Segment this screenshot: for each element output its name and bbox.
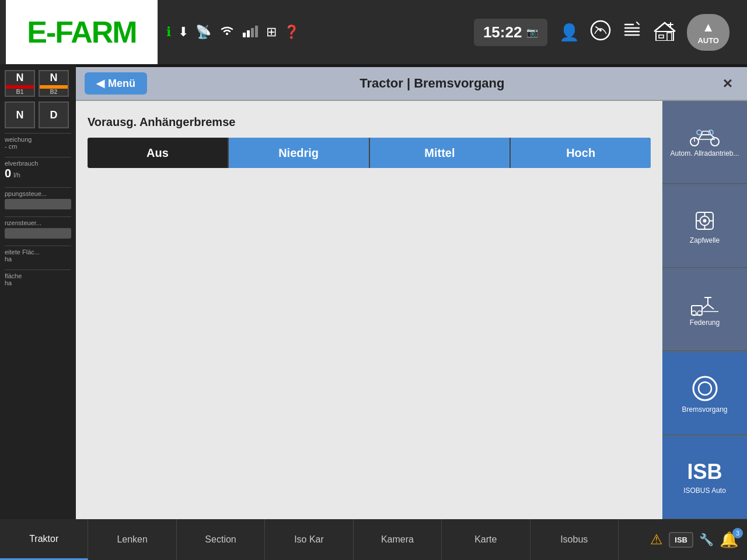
- svg-point-12: [697, 130, 701, 135]
- sidebar-consumption-value: 0: [5, 167, 11, 180]
- brake-option-mittel[interactable]: Mittel: [370, 138, 511, 168]
- gear-row-bottom: N D: [5, 102, 71, 128]
- user-icon[interactable]: 👤: [559, 23, 580, 42]
- allrad-icon: [689, 127, 721, 147]
- gear-label-b2: B2: [50, 89, 58, 95]
- right-icons: 👤 ▲: [547, 14, 741, 51]
- help-icon[interactable]: ❓: [284, 24, 299, 40]
- list-icon[interactable]: [622, 20, 643, 45]
- brake-option-aus[interactable]: Aus: [88, 138, 229, 168]
- svg-rect-17: [692, 306, 702, 315]
- brake-option-niedrig[interactable]: Niedrig: [229, 138, 370, 168]
- isobus-label: ISOBUS Auto: [683, 487, 726, 495]
- svg-rect-2: [247, 30, 250, 37]
- wifi-icon: [218, 23, 236, 41]
- main-dialog: ◀ Menü Tractor | Bremsvorgang × Vorausg.…: [76, 67, 747, 519]
- bremsvorgang-icon: [690, 374, 720, 403]
- svg-point-11: [711, 138, 719, 146]
- close-button[interactable]: ×: [717, 71, 738, 96]
- notification-count: 3: [732, 528, 743, 538]
- tab-section[interactable]: Section: [177, 519, 265, 560]
- speedometer-icon[interactable]: [590, 20, 611, 45]
- svg-rect-4: [255, 26, 258, 37]
- svg-rect-9: [659, 35, 664, 38]
- gear-value-n1: N: [16, 72, 24, 84]
- tab-isokar[interactable]: Iso Kar: [265, 519, 353, 560]
- zapfwelle-label: Zapfwelle: [690, 236, 720, 244]
- menu-label: Menü: [108, 78, 135, 90]
- sidebar-nzen-label: nzensteuer...: [5, 219, 71, 226]
- sidebar-btn-federung[interactable]: Federung: [662, 269, 747, 352]
- download-icon: ⬇: [178, 24, 189, 40]
- sidebar-area1-label: eitete Fläc...: [5, 249, 71, 256]
- federung-icon: [690, 293, 720, 316]
- svg-point-0: [226, 33, 228, 35]
- logo-area: E-FARM: [6, 0, 158, 64]
- sidebar-btn-bremsvorgang[interactable]: Bremsvorgang: [662, 352, 747, 435]
- isb-text: ISB: [687, 460, 722, 484]
- sidebar-ppung-slider: [5, 199, 71, 209]
- sidebar-area2-label: fläche: [5, 272, 71, 279]
- top-bar: E-FARM ℹ ⬇ 📡 ⊞ ❓ 15:22 📷: [0, 0, 747, 64]
- dialog-content: Vorausg. Anhängerbremse Aus Niedrig Mitt…: [76, 101, 662, 519]
- svg-point-16: [703, 219, 707, 222]
- svg-rect-8: [667, 33, 672, 41]
- tab-kamera[interactable]: Kamera: [354, 519, 442, 560]
- federung-label: Federung: [690, 318, 720, 327]
- gear-row-top: N B1 N B2: [5, 70, 71, 97]
- dialog-title: Tractor | Bremsvorgang: [359, 76, 504, 91]
- svg-point-6: [599, 29, 602, 32]
- gear-value-n2: N: [50, 72, 58, 84]
- tab-lenken[interactable]: Lenken: [88, 519, 176, 560]
- auto-button[interactable]: ▲ AUTO: [687, 14, 729, 51]
- brake-options: Aus Niedrig Mittel Hoch: [88, 138, 651, 168]
- warning-icon: ⚠: [650, 531, 663, 548]
- isb-status-box: ISB: [669, 532, 693, 548]
- dialog-right-sidebar: Autom. Allradantrieb... Zapfwelle: [662, 101, 747, 519]
- zapfwelle-icon: [692, 208, 718, 234]
- gear-box-n2: N B2: [39, 70, 69, 97]
- sidebar-consumption-label: elverbrauch: [5, 160, 71, 167]
- sidebar-consumption-unit: l/h: [13, 172, 20, 178]
- logo-text: E-FARM: [27, 15, 136, 50]
- gear-value-n3: N: [16, 109, 24, 121]
- info-icon: ℹ: [166, 24, 171, 40]
- satellite-icon: 📡: [196, 24, 211, 40]
- sidebar-ppung-label: ppungssteue...: [5, 190, 71, 197]
- sidebar-area2: fläche ha: [5, 270, 71, 289]
- left-sidebar: N B1 N B2 N D weichung - cm elverbrauch …: [0, 64, 76, 519]
- farm-icon[interactable]: [653, 20, 676, 45]
- sidebar-area2-sub: ha: [5, 279, 71, 286]
- sidebar-area1: eitete Fläc... ha: [5, 246, 71, 265]
- notification-bell[interactable]: 🔔 3: [720, 531, 738, 549]
- sidebar-nzen-slider: [5, 228, 71, 239]
- sidebar-btn-isobus[interactable]: ISB ISOBUS Auto: [662, 436, 747, 519]
- svg-point-21: [699, 382, 711, 395]
- signal-icon: [243, 23, 259, 41]
- sidebar-area1-sub: ha: [5, 256, 71, 262]
- auto-label: AUTO: [697, 36, 719, 45]
- sidebar-btn-zapfwelle[interactable]: Zapfwelle: [662, 185, 747, 268]
- grid-icon: ⊞: [266, 24, 277, 40]
- sidebar-deviation: weichung - cm: [5, 133, 71, 152]
- menu-button[interactable]: ◀ Menü: [85, 72, 147, 94]
- sidebar-nzen: nzensteuer...: [5, 216, 71, 241]
- sidebar-btn-allrad[interactable]: Autom. Allradantrieb...: [662, 101, 747, 184]
- gear-label-b1: B1: [16, 89, 24, 95]
- tab-karte[interactable]: Karte: [442, 519, 530, 560]
- svg-rect-3: [251, 28, 254, 37]
- bottom-right-icons: ⚠ ISB 🔧 🔔 3: [619, 519, 747, 560]
- section-title: Vorausg. Anhängerbremse: [88, 116, 651, 129]
- tab-isobus[interactable]: Isobus: [530, 519, 619, 560]
- sidebar-deviation-unit: - cm: [5, 143, 71, 150]
- sidebar-deviation-label: weichung: [5, 136, 71, 143]
- tab-traktor[interactable]: Traktor: [0, 519, 88, 560]
- navigation-icon: ▲: [702, 20, 715, 35]
- gear-value-d: D: [50, 109, 58, 121]
- gear-box-d: D: [39, 102, 69, 128]
- svg-point-20: [693, 377, 717, 400]
- clock-display: 15:22: [483, 23, 522, 41]
- sidebar-ppung: ppungssteue...: [5, 187, 71, 212]
- clock-area: 15:22 📷: [474, 19, 548, 46]
- brake-option-hoch[interactable]: Hoch: [511, 138, 651, 168]
